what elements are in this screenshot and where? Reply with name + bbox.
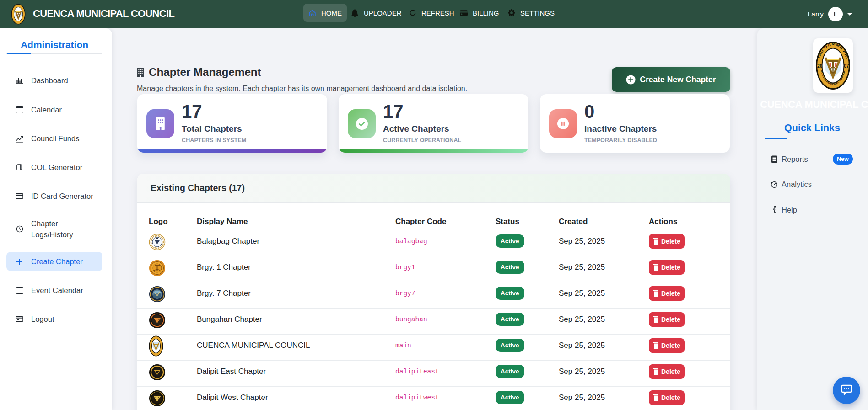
svg-text:07: 07 (844, 63, 849, 69)
svg-text:20: 20 (817, 63, 823, 69)
